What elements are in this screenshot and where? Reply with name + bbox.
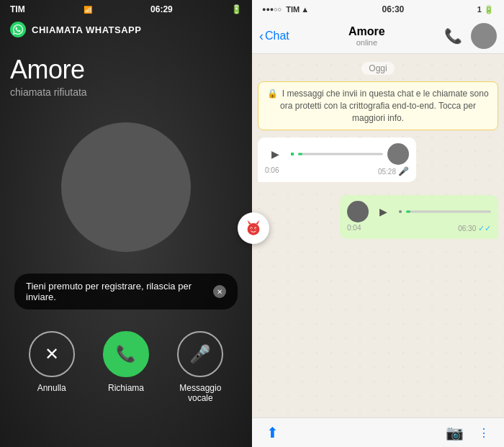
progress-dot-sent [399,210,402,213]
waveform-received [298,147,383,161]
audio-times-sent: 0:04 06:30 ✓✓ [347,224,491,233]
toast-message: Tieni premuto per registrare, rilascia p… [14,274,238,310]
received-message: ▶ 0:06 05:28 🎤 [258,137,498,188]
call-header-text: CHIAMATA WHATSAPP [32,24,141,35]
call-status: chiamata rifiutata [10,86,242,98]
caller-avatar [61,122,191,252]
signal-area: ●●●○○ TIM ▲ [262,5,309,14]
audio-times-received: 0:06 05:28 🎤 [265,166,409,176]
waveform-sent [406,204,491,219]
sender-avatar-sent [347,201,369,222]
read-ticks: ✓✓ [478,224,491,232]
contact-status-header: online [356,38,377,47]
time-left: 06:29 [150,4,173,14]
toast-close-button[interactable]: ✕ [213,285,226,298]
waveform-bg [298,153,383,155]
chat-header: ‹ Chat Amore online 📞 [252,19,504,54]
caller-info: Amore chiamata rifiutata [0,43,252,101]
cancel-circle: ✕ [29,331,75,377]
bottom-bar: ⬆ 📷 ⋮ [252,417,504,447]
cancel-call-button[interactable]: ✕ Annulla [29,331,75,393]
menu-icon[interactable]: ⋮ [478,426,490,440]
sent-bubble: ▶ 0:04 06:30 ✓✓ [340,195,498,239]
svg-marker-2 [256,220,259,225]
svg-point-6 [255,228,256,229]
action-buttons: ✕ Annulla 📞 Richiama 🎤 Messaggio vocale [0,324,252,425]
progress-dot [291,153,294,155]
header-action-icons: 📞 [444,23,497,49]
waveform-fill-sent [406,211,410,213]
back-label: Chat [265,30,289,42]
devil-icon [238,212,269,244]
messages-area[interactable]: Oggi 🔒 I messaggi che invii in questa ch… [252,54,504,417]
redial-circle: 📞 [103,331,149,377]
redial-button[interactable]: 📞 Richiama [103,331,149,393]
time-start-sent: 0:04 [347,224,361,233]
waveform-bg-sent [406,211,491,213]
svg-point-0 [248,223,260,235]
share-icon[interactable]: ⬆ [266,424,279,441]
phone-call-icon[interactable]: 📞 [444,27,462,45]
toast-text: Tieni premuto per registrare, rilascia p… [26,281,207,302]
redial-label: Richiama [108,383,144,393]
time-end-received: 05:28 🎤 [378,166,409,176]
play-button-sent[interactable]: ▶ [373,202,393,222]
right-panel: ●●●○○ TIM ▲ 06:30 1 🔋 ‹ Chat Amore onlin… [252,0,504,447]
voice-message-button[interactable]: 🎤 Messaggio vocale [177,331,223,403]
svg-point-5 [251,228,252,229]
cancel-label: Annulla [37,383,66,393]
encryption-text: I messaggi che invii in questa chat e le… [280,89,489,123]
received-bubble: ▶ 0:06 05:28 🎤 [258,137,416,182]
whatsapp-icon [10,22,26,37]
sender-avatar-received [387,143,409,165]
time-end-sent: 06:30 ✓✓ [458,224,491,233]
time-right: 06:30 [382,4,405,14]
sent-message: ▶ 0:04 06:30 ✓✓ [258,195,498,245]
voice-circle: 🎤 [177,331,223,377]
contact-avatar-header[interactable] [471,23,497,49]
mic-icon-received: 🎤 [398,166,409,176]
lock-icon: 🔒 [267,89,278,99]
camera-icon[interactable]: 📷 [446,424,464,441]
back-button[interactable]: ‹ Chat [259,30,289,42]
audio-bubble-sent: ▶ [347,201,491,222]
contact-name-header: Amore [348,25,385,38]
status-bar-left: TIM 📶 06:29 🔋 [0,0,252,19]
back-chevron-icon: ‹ [259,30,264,42]
whatsapp-call-header: CHIAMATA WHATSAPP [0,19,252,43]
play-button-received[interactable]: ▶ [265,144,285,164]
status-bar-right: ●●●○○ TIM ▲ 06:30 1 🔋 [252,0,504,19]
waveform-fill [298,153,302,155]
date-divider: Oggi [258,61,498,74]
date-label: Oggi [361,62,394,75]
left-panel: TIM 📶 06:29 🔋 CHIAMATA WHATSAPP Amore ch… [0,0,252,447]
signal-icons-left: 📶 [84,6,92,14]
encryption-notice[interactable]: 🔒 I messaggi che invii in questa chat e … [258,81,498,130]
time-start-received: 0:06 [265,166,279,176]
contact-info-header: Amore online [295,25,438,47]
voice-label: Messaggio vocale [179,383,221,403]
audio-bubble-received: ▶ [265,143,409,165]
carrier-left: TIM [10,4,25,14]
caller-name: Amore [10,55,242,85]
carrier-right: TIM [286,5,300,14]
battery-left: 🔋 [231,4,242,14]
svg-marker-1 [248,220,251,225]
